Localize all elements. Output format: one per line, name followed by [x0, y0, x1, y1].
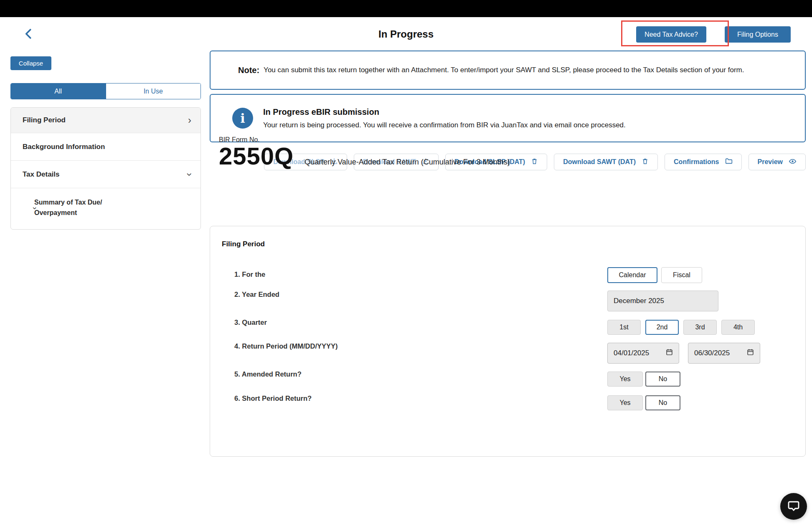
quarter-3rd-button[interactable]: 3rd: [683, 320, 717, 335]
sidebar-tabs: All In Use: [10, 83, 201, 99]
quarter-label: 3. Quarter: [234, 319, 267, 326]
sidebar-section-list: Filing Period › Background Information T…: [10, 107, 201, 230]
sidebar: Collapse All In Use Filing Period › Back…: [10, 56, 201, 230]
amended-yes-button[interactable]: Yes: [607, 372, 643, 387]
info-icon: i: [232, 108, 253, 129]
short-period-return-label: 6. Short Period Return?: [234, 394, 312, 402]
fiscal-option-button[interactable]: Fiscal: [661, 267, 702, 283]
app-window: In Progress Need Tax Advice? Filing Opti…: [0, 0, 812, 526]
trash-icon: [642, 158, 649, 167]
status-title: In Progress eBIR submission: [263, 107, 626, 117]
quarter-4th-button[interactable]: 4th: [721, 320, 755, 335]
return-period-label: 4. Return Period (MM/DD/YYYY): [234, 342, 338, 350]
note-banner: Note: You can submit this tax return tog…: [210, 51, 806, 90]
confirmations-button[interactable]: Confirmations: [665, 154, 741, 170]
year-ended-label: 2. Year Ended: [234, 291, 279, 298]
return-period-from-input[interactable]: 04/01/2025: [607, 343, 679, 364]
filing-period-card: Filing Period 1. For the Calendar Fiscal…: [210, 226, 806, 457]
button-label: Preview: [758, 158, 783, 166]
for-the-label: 1. For the: [234, 271, 265, 278]
short-period-yes-button[interactable]: Yes: [607, 395, 643, 410]
chevron-down-icon: ›: [19, 207, 39, 210]
sidebar-item-label: Tax Details: [23, 170, 60, 179]
button-label: Download SAWT (DAT): [563, 158, 636, 166]
chevron-down-icon: ›: [185, 173, 195, 176]
folder-icon: [725, 157, 733, 167]
sidebar-item-tax-details[interactable]: Tax Details ›: [11, 161, 200, 188]
sidebar-item-summary-of-tax-due[interactable]: › Summary of Tax Due/ Overpayment: [11, 188, 200, 229]
download-sawt-dat-button[interactable]: Download SAWT (DAT): [554, 154, 658, 170]
chat-launcher-button[interactable]: [780, 493, 807, 520]
return-period-to-input[interactable]: 06/30/2025: [688, 343, 760, 364]
sidebar-item-label: Background Information: [23, 143, 105, 151]
chat-icon: [787, 499, 800, 514]
tab-all[interactable]: All: [11, 83, 106, 99]
status-message: Your return is being processed. You will…: [263, 121, 626, 129]
filing-options-button[interactable]: Filing Options: [725, 26, 791, 43]
button-label: Confirmations: [674, 158, 719, 166]
sidebar-item-label: Summary of Tax Due/ Overpayment: [34, 197, 116, 218]
need-tax-advice-button[interactable]: Need Tax Advice?: [636, 26, 706, 43]
quarter-2nd-button[interactable]: 2nd: [645, 320, 679, 335]
bir-form-number: 2550Q: [219, 144, 294, 169]
bir-form-title: Quarterly Value-Added Tax Return (Cumula…: [304, 158, 510, 167]
trash-icon: [531, 158, 538, 167]
amended-return-label: 5. Amended Return?: [234, 370, 302, 378]
section-title: Filing Period: [222, 240, 265, 248]
year-ended-input[interactable]: December 2025: [607, 291, 718, 311]
note-label: Note:: [238, 66, 259, 75]
main-content: Note: You can submit this tax return tog…: [210, 51, 806, 510]
sidebar-item-background-information[interactable]: Background Information: [11, 133, 200, 161]
sidebar-item-filing-period[interactable]: Filing Period ›: [11, 108, 200, 133]
sidebar-item-label: Filing Period: [23, 116, 66, 124]
collapse-button[interactable]: Collapse: [10, 56, 51, 70]
preview-button[interactable]: Preview: [749, 154, 806, 170]
calendar-option-button[interactable]: Calendar: [607, 267, 657, 283]
form-header: BIR Form No. 2550Q Quarterly Value-Added…: [219, 136, 510, 169]
top-black-bar: [0, 0, 812, 17]
status-banner: i In Progress eBIR submission Your retur…: [210, 94, 806, 142]
status-texts: In Progress eBIR submission Your return …: [263, 107, 626, 129]
short-period-no-button[interactable]: No: [645, 395, 680, 410]
quarter-1st-button[interactable]: 1st: [607, 320, 641, 335]
year-ended-value: December 2025: [614, 297, 664, 305]
return-period-to-value: 06/30/2025: [694, 349, 730, 357]
calendar-icon: [747, 349, 754, 358]
eye-icon: [789, 157, 797, 167]
return-period-from-value: 04/01/2025: [614, 349, 649, 357]
chevron-right-icon: ›: [188, 115, 191, 125]
note-text: You can submit this tax return together …: [264, 66, 744, 74]
tab-in-use[interactable]: In Use: [106, 83, 201, 99]
calendar-icon: [666, 349, 673, 358]
header-bar: In Progress Need Tax Advice? Filing Opti…: [0, 17, 812, 51]
amended-no-button[interactable]: No: [645, 372, 680, 387]
